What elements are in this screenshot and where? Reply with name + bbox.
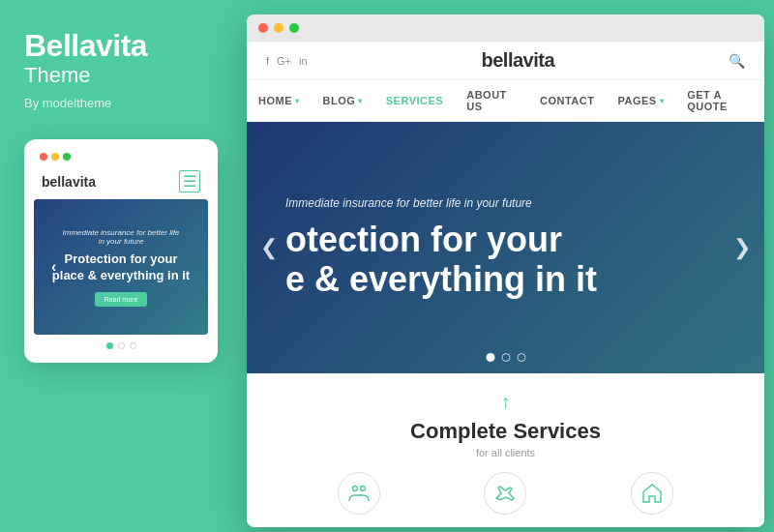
mobile-nav-arrows: ‹ › [47,258,208,276]
mobile-dot-nav-2[interactable] [118,342,125,349]
left-panel: Bellavita Theme By modeltheme bellavita … [0,0,237,532]
services-title: Complete Services [266,419,745,444]
site-hero: Immediate insurance for better life in y… [247,122,764,373]
browser-topbar [247,15,764,42]
site-logo-text: bellavita [482,49,555,71]
social-instagram[interactable]: in [299,55,308,67]
browser-dot-red [258,23,268,33]
service-family-icon [338,472,380,515]
hero-dots [486,353,525,362]
browser-dot-green [289,23,299,33]
svg-point-0 [352,487,357,491]
mobile-hero: ‹ › Immediate insurance for better life … [34,199,208,335]
service-family-icon-box [338,472,380,515]
mobile-menu-icon[interactable]: ☰ [179,170,200,192]
blog-dropdown-icon: ▾ [358,97,363,105]
service-home-icon [631,472,673,515]
service-home-icon-box [631,472,673,515]
services-top-icon: ↑ [266,391,745,413]
browser-window: f G+ in bellavita 🔍 HOME▾ BLOG▾ SERVICES… [247,15,764,527]
browser-dot-yellow [274,23,283,33]
mobile-nav: bellavita ☰ [34,166,208,199]
service-travel-icon-box [484,472,526,515]
nav-blog[interactable]: BLOG▾ [312,80,374,121]
pages-dropdown-icon: ▾ [660,97,665,105]
nav-home[interactable]: HOME▾ [247,80,312,121]
social-facebook[interactable]: f [266,55,269,67]
brand-by: By modeltheme [24,96,213,110]
site-logo: bellavita [482,49,555,72]
mobile-dot-nav-1[interactable] [106,342,113,349]
mobile-logo: bellavita [42,174,96,190]
mobile-dot-red [40,153,47,161]
svg-point-1 [360,487,365,491]
hero-subtitle: Immediate insurance for better life in y… [285,196,597,210]
mobile-dot-yellow [51,153,59,161]
mobile-mockup: bellavita ☰ ‹ › Immediate insurance for … [24,139,218,363]
home-dropdown-icon: ▾ [295,97,300,105]
mobile-read-more-button[interactable]: Read more [95,292,148,307]
mobile-dots-nav [34,335,208,353]
nav-services[interactable]: SERVICES [374,80,455,121]
nav-about[interactable]: ABOUT US [455,80,528,121]
mobile-prev-arrow[interactable]: ‹ [51,258,56,276]
hero-dot-3[interactable] [517,353,525,362]
nav-contact[interactable]: CONTACT [528,80,606,121]
mobile-dot-nav-3[interactable] [130,342,136,349]
search-icon[interactable]: 🔍 [729,53,745,69]
site-social: f G+ in [266,55,308,67]
brand-subtitle: Theme [24,63,213,88]
hero-content: Immediate insurance for better life in y… [247,177,636,319]
social-gplus[interactable]: G+ [277,55,291,67]
nav-get-quote[interactable]: GET A QUOTE [675,80,764,121]
services-subtitle: for all clients [266,447,745,458]
service-travel-icon [484,472,526,515]
brand-title: Bellavita [24,29,213,63]
mobile-hero-subtitle: Immediate insurance for better life in y… [47,228,194,246]
mobile-window-dots [34,149,208,166]
services-icons-row [266,472,745,515]
services-section: ↑ Complete Services for all clients [247,373,764,524]
site-header: f G+ in bellavita 🔍 [247,42,764,80]
hero-prev-button[interactable]: ❮ [253,230,285,265]
nav-pages[interactable]: PAGES▾ [606,80,675,121]
mobile-dot-green [63,153,71,161]
site-nav: HOME▾ BLOG▾ SERVICES ABOUT US CONTACT PA… [247,80,764,122]
hero-title: otection for your e & everything in it [285,220,597,300]
hero-dot-2[interactable] [501,353,510,362]
hero-dot-1[interactable] [486,353,494,362]
hero-next-button[interactable]: ❯ [726,230,759,265]
mobile-logo-text: bellavita [42,174,96,190]
